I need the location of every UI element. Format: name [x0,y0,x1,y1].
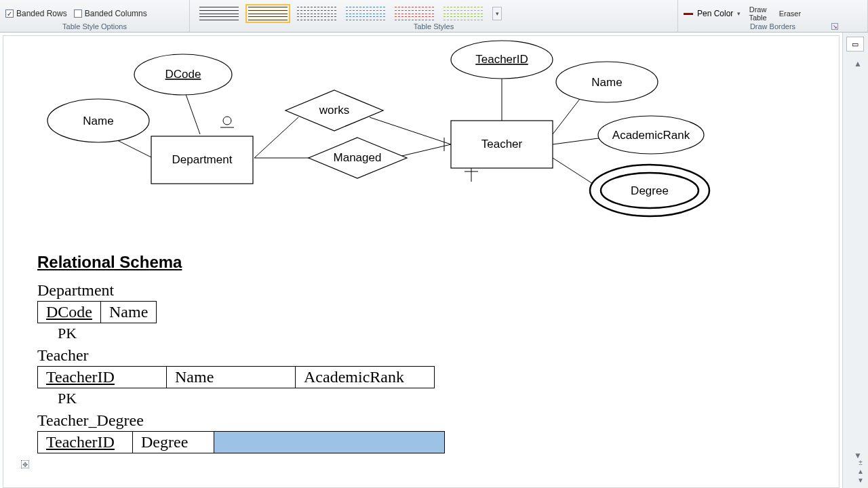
pen-color-swatch-icon [684,13,693,15]
eraser-button[interactable]: Eraser [775,9,805,18]
ribbon: ✓Banded Rows Banded Columns Table Style … [0,0,868,33]
table-name-teacher-degree: Teacher_Degree [37,411,445,430]
vertical-scrollbar[interactable]: ▭ ▲ ▼ ±▲▼ [842,33,868,488]
label-banded-cols: Banded Columns [85,9,147,18]
dialog-launcher-icon[interactable]: ↘ [831,23,838,30]
er-attr-dcode: DCode [165,68,201,81]
document-page: DCode Name Department works Managed Teac… [3,35,840,488]
table-style-thumb[interactable] [443,7,483,20]
svg-line-8 [553,138,604,144]
pen-color-label: Pen Color [697,9,733,18]
col-dcode[interactable]: DCode [38,302,101,323]
er-attr-name1: Name [83,115,113,127]
col-name[interactable]: Name [101,302,157,323]
er-attr-teacherid: TeacherID [475,53,528,66]
group-table-style-options: ✓Banded Rows Banded Columns Table Style … [0,0,190,32]
svg-point-13 [223,117,231,125]
relational-schema-section: Relational Schema Department DCode Name … [37,253,445,453]
er-attr-degree: Degree [631,184,669,197]
svg-line-4 [370,117,451,144]
checkbox-banded-rows[interactable]: ✓Banded Rows [5,9,67,18]
pk-label: PK [37,390,445,407]
table-style-thumb-selected[interactable] [248,7,288,20]
group-table-styles: ▾ Table Styles [190,0,678,32]
pk-label: PK [37,325,445,342]
svg-line-2 [254,117,298,158]
table-move-handle-icon[interactable]: ✥ [21,460,29,468]
pen-color-dropdown[interactable]: ▾ [737,10,741,17]
er-rel-managed: Managed [334,151,382,164]
col-degree[interactable]: Degree [133,432,214,453]
checkbox-banded-columns[interactable]: Banded Columns [74,9,147,18]
table-teacher[interactable]: TeacherID Name AcademicRank [37,366,435,388]
table-name-department: Department [37,281,445,300]
page-nav-icon[interactable]: ±▲▼ [857,459,864,484]
draw-table-button[interactable]: DrawTable [745,5,770,22]
er-entity-department: Department [172,153,233,166]
gallery-more-button[interactable]: ▾ [492,7,502,20]
er-diagram: DCode Name Department works Managed Teac… [3,36,837,253]
col-teacherid[interactable]: TeacherID [38,432,133,453]
table-style-thumb[interactable] [346,7,385,20]
group-draw-borders: Pen Color ▾ DrawTable Eraser Draw Border… [678,0,868,32]
table-style-thumb[interactable] [297,7,336,20]
table-style-thumb[interactable] [199,7,239,20]
er-rel-works: works [319,104,349,117]
col-teacherid[interactable]: TeacherID [38,367,167,388]
group-label-options: Table Style Options [5,21,184,30]
col-name[interactable]: Name [167,367,296,388]
label-banded-rows: Banded Rows [16,9,67,18]
table-name-teacher: Teacher [37,346,445,365]
selected-empty-cell[interactable] [214,432,445,453]
ruler-toggle-icon[interactable]: ▭ [846,37,864,52]
table-department[interactable]: DCode Name [37,301,157,323]
group-label-styles: Table Styles [195,21,672,30]
table-teacher-degree[interactable]: TeacherID Degree [37,431,445,453]
table-style-thumb[interactable] [395,7,434,20]
scroll-up-icon[interactable]: ▲ [852,58,864,69]
er-entity-teacher: Teacher [481,138,523,150]
er-attr-name2: Name [591,76,622,89]
schema-title: Relational Schema [37,253,445,272]
style-gallery: ▾ [195,6,672,21]
col-academicrank[interactable]: AcademicRank [296,367,435,388]
er-attr-academicrank: AcademicRank [612,129,690,142]
